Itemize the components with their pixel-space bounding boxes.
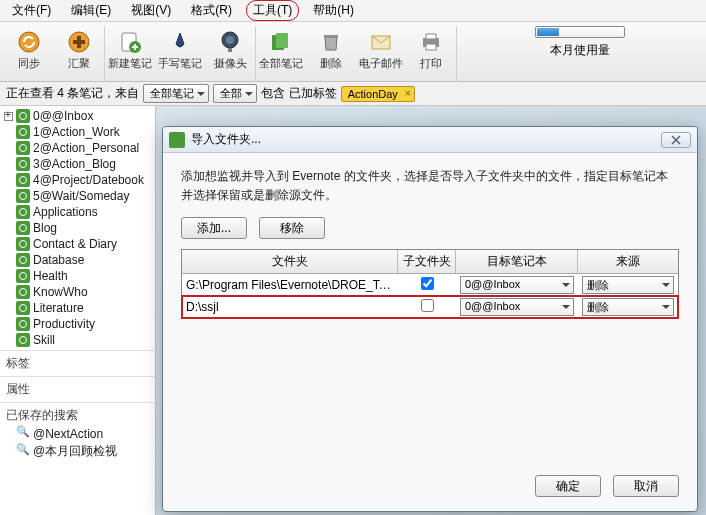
notebook-item[interactable]: 3@Action_Blog: [0, 156, 155, 172]
svg-rect-10: [276, 33, 288, 48]
expand-icon[interactable]: [4, 208, 13, 217]
svg-rect-11: [324, 35, 338, 38]
cancel-button[interactable]: 取消: [613, 475, 679, 497]
notebook-item[interactable]: 4@Project/Datebook: [0, 172, 155, 188]
notebook-icon: [16, 189, 30, 203]
notebook-icon: [16, 125, 30, 139]
add-folder-button[interactable]: 添加...: [181, 217, 247, 239]
notebook-item[interactable]: Database: [0, 252, 155, 268]
notebook-item[interactable]: KnowWho: [0, 284, 155, 300]
notebook-item[interactable]: Skill: [0, 332, 155, 348]
cell-source: 删除: [578, 274, 678, 296]
notebook-icon: [16, 205, 30, 219]
search-icon: [16, 427, 30, 441]
menu-view[interactable]: 视图(V): [125, 0, 177, 21]
ink-icon: [168, 30, 192, 54]
source-dropdown[interactable]: 删除: [582, 276, 674, 294]
usage-label: 本月使用量: [550, 42, 610, 59]
sidebar-section-header[interactable]: 标签: [0, 350, 155, 374]
ok-button[interactable]: 确定: [535, 475, 601, 497]
notes-icon: [269, 30, 293, 54]
expand-icon[interactable]: [4, 224, 13, 233]
hub-button[interactable]: 汇聚: [54, 26, 104, 82]
notebook-item[interactable]: Productivity: [0, 316, 155, 332]
sidebar-section-header[interactable]: 属性: [0, 376, 155, 400]
sync-button[interactable]: 同步: [4, 26, 54, 82]
expand-icon[interactable]: [4, 144, 13, 153]
new-note-button[interactable]: 新建笔记: [105, 26, 155, 82]
menu-format[interactable]: 格式(R): [185, 0, 238, 21]
sync-label: 同步: [18, 56, 40, 71]
expand-icon[interactable]: [4, 336, 13, 345]
cell-subfolder: [398, 275, 456, 295]
expand-icon[interactable]: [4, 192, 13, 201]
dialog-titlebar[interactable]: 导入文件夹...: [163, 127, 697, 153]
notebook-icon: [16, 301, 30, 315]
cell-source: 删除: [578, 296, 678, 318]
source-dropdown[interactable]: 删除: [582, 298, 674, 316]
all-notes-button[interactable]: 全部笔记: [256, 26, 306, 82]
expand-icon[interactable]: [4, 160, 13, 169]
sidebar-section-header[interactable]: 已保存的搜索: [0, 402, 155, 426]
notebook-label: 3@Action_Blog: [33, 157, 116, 171]
menu-tools[interactable]: 工具(T): [246, 0, 299, 21]
table-row[interactable]: D:\ssjl0@@Inbox删除: [182, 296, 678, 318]
dialog-title: 导入文件夹...: [191, 131, 261, 148]
notebook-item[interactable]: Applications: [0, 204, 155, 220]
expand-icon[interactable]: [4, 320, 13, 329]
new-note-label: 新建笔记: [108, 56, 152, 71]
expand-icon[interactable]: [4, 272, 13, 281]
print-button[interactable]: 打印: [406, 26, 456, 82]
svg-rect-3: [73, 40, 85, 44]
email-button[interactable]: 电子邮件: [356, 26, 406, 82]
menu-edit[interactable]: 编辑(E): [65, 0, 117, 21]
delete-button[interactable]: 删除: [306, 26, 356, 82]
expand-icon[interactable]: [4, 304, 13, 313]
dialog-close-button[interactable]: [661, 132, 691, 148]
notebook-item[interactable]: 2@Action_Personal: [0, 140, 155, 156]
col-folder-header[interactable]: 文件夹: [182, 250, 398, 273]
expand-icon[interactable]: [4, 240, 13, 249]
saved-search-item[interactable]: @本月回顾检视: [0, 442, 155, 461]
handwrite-button[interactable]: 手写笔记: [155, 26, 205, 82]
table-row[interactable]: G:\Program Files\Evernote\DROE_Tool\DR..…: [182, 274, 678, 296]
notebook-label: Skill: [33, 333, 55, 347]
trash-icon: [319, 30, 343, 54]
svg-rect-15: [426, 44, 436, 50]
sync-icon: [17, 30, 41, 54]
expand-icon[interactable]: [4, 288, 13, 297]
filter-tag-chip[interactable]: ActionDay: [341, 86, 415, 102]
all-dropdown[interactable]: 全部: [213, 84, 257, 103]
notebook-item[interactable]: 0@@Inbox: [0, 108, 155, 124]
saved-search-item[interactable]: @NextAction: [0, 426, 155, 442]
notebook-item[interactable]: Contact & Diary: [0, 236, 155, 252]
notebook-item[interactable]: 5@Wait/Someday: [0, 188, 155, 204]
search-icon: [16, 445, 30, 459]
subfolder-checkbox[interactable]: [421, 299, 434, 312]
expand-icon[interactable]: [4, 256, 13, 265]
cell-folder: G:\Program Files\Evernote\DROE_Tool\DR..…: [182, 276, 398, 294]
saved-search-label: @NextAction: [33, 427, 103, 441]
expand-icon[interactable]: [4, 128, 13, 137]
camera-button[interactable]: 摄像头: [205, 26, 255, 82]
cell-subfolder: [398, 297, 456, 317]
scope-dropdown[interactable]: 全部笔记: [143, 84, 209, 103]
notebook-item[interactable]: Literature: [0, 300, 155, 316]
col-subfolder-header[interactable]: 子文件夹: [398, 250, 456, 273]
col-source-header[interactable]: 来源: [578, 250, 678, 273]
col-notebook-header[interactable]: 目标笔记本: [456, 250, 578, 273]
notebook-label: 4@Project/Datebook: [33, 173, 144, 187]
menu-file[interactable]: 文件(F): [6, 0, 57, 21]
notebook-dropdown[interactable]: 0@@Inbox: [460, 276, 574, 294]
expand-icon[interactable]: [4, 112, 13, 121]
usage-meter: 本月使用量: [457, 26, 702, 59]
menu-help[interactable]: 帮助(H): [307, 0, 360, 21]
expand-icon[interactable]: [4, 176, 13, 185]
notebook-item[interactable]: Blog: [0, 220, 155, 236]
remove-folder-button[interactable]: 移除: [259, 217, 325, 239]
notebook-item[interactable]: 1@Action_Work: [0, 124, 155, 140]
subfolder-checkbox[interactable]: [421, 277, 434, 290]
camera-icon: [218, 30, 242, 54]
notebook-item[interactable]: Health: [0, 268, 155, 284]
notebook-dropdown[interactable]: 0@@Inbox: [460, 298, 574, 316]
